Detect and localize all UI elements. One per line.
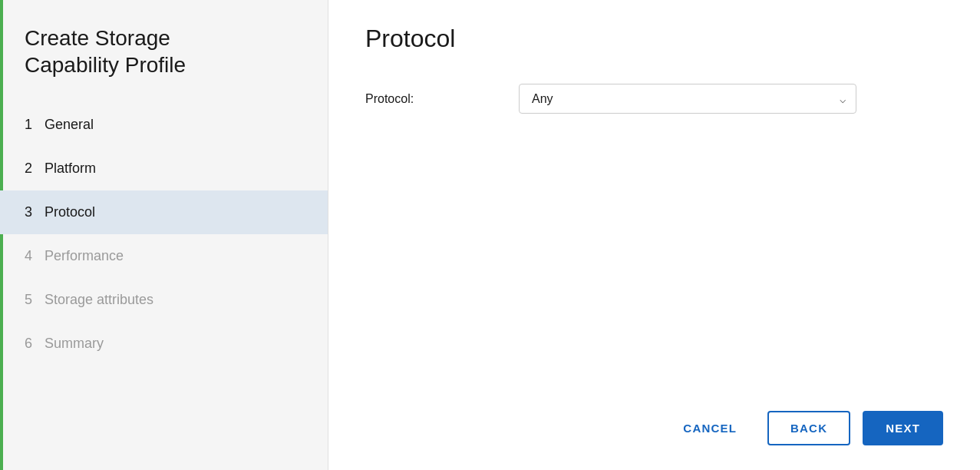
- step-label-general: General: [45, 117, 94, 133]
- step-item-platform[interactable]: 2 Platform: [0, 147, 328, 190]
- step-number-1: 1: [25, 117, 32, 133]
- step-number-6: 6: [25, 336, 32, 352]
- step-item-protocol[interactable]: 3 Protocol: [0, 190, 328, 234]
- step-label-performance: Performance: [45, 248, 124, 264]
- protocol-select[interactable]: Any iSCSI FC NFS VMFS: [519, 84, 856, 114]
- step-number-5: 5: [25, 292, 32, 308]
- next-button[interactable]: NEXT: [863, 411, 943, 445]
- step-label-storage-attributes: Storage attributes: [45, 292, 153, 308]
- step-label-summary: Summary: [45, 336, 104, 352]
- step-number-3: 3: [25, 204, 32, 220]
- protocol-select-wrapper: Any iSCSI FC NFS VMFS ⌵: [519, 84, 856, 114]
- bottom-actions: CANCEL BACK NEXT: [665, 411, 943, 445]
- protocol-form-row: Protocol: Any iSCSI FC NFS VMFS ⌵: [365, 84, 943, 114]
- page-title: Protocol: [365, 25, 943, 53]
- sidebar: Create StorageCapability Profile 1 Gener…: [0, 0, 328, 470]
- back-button[interactable]: BACK: [767, 411, 850, 445]
- step-item-performance[interactable]: 4 Performance: [0, 234, 328, 278]
- cancel-button[interactable]: CANCEL: [665, 411, 755, 445]
- step-number-2: 2: [25, 161, 32, 177]
- protocol-label: Protocol:: [365, 92, 519, 106]
- main-content: Protocol Protocol: Any iSCSI FC NFS VMFS…: [328, 0, 980, 470]
- step-label-protocol: Protocol: [45, 204, 95, 220]
- step-list: 1 General 2 Platform 3 Protocol 4 Perfor…: [0, 103, 328, 366]
- sidebar-title: Create StorageCapability Profile: [0, 25, 328, 103]
- step-item-general[interactable]: 1 General: [0, 103, 328, 147]
- step-item-storage-attributes[interactable]: 5 Storage attributes: [0, 278, 328, 322]
- step-number-4: 4: [25, 248, 32, 264]
- step-item-summary[interactable]: 6 Summary: [0, 322, 328, 366]
- step-label-platform: Platform: [45, 161, 96, 177]
